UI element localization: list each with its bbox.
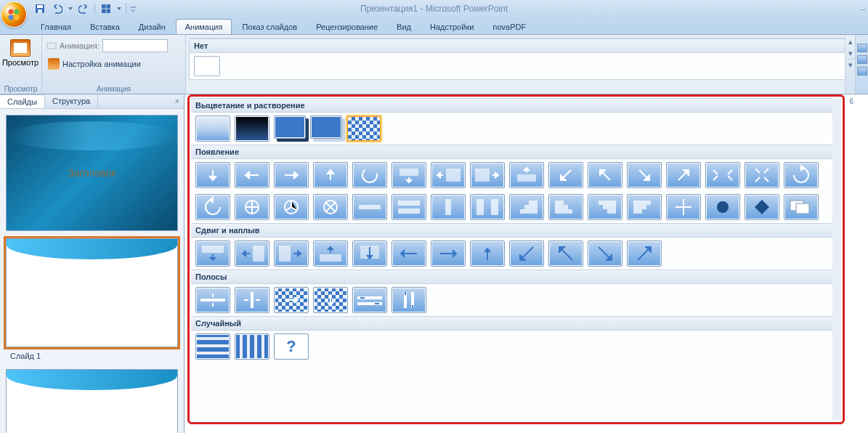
tab-novapdf[interactable]: novaPDF [484, 20, 535, 34]
slide-thumb-3-wrap[interactable]: Слайд 2 [6, 369, 178, 433]
transition-blinds-h[interactable] [195, 287, 230, 313]
transition-stairs-down-right[interactable] [548, 194, 583, 220]
texture-dropdown[interactable] [115, 1, 123, 16]
transition-none[interactable] [194, 56, 220, 76]
transition-plus-in[interactable] [666, 194, 701, 220]
transition-uncover-left-down[interactable] [548, 162, 583, 188]
gallery-section-none: Нет [190, 39, 851, 53]
svg-rect-33 [251, 292, 253, 308]
transition-comb-h[interactable] [352, 287, 387, 313]
preview-button[interactable]: Просмотр [4, 36, 36, 67]
transition-uncover-right-down[interactable] [627, 162, 662, 188]
transition-wipe-right[interactable] [274, 162, 309, 188]
slide-thumb-1[interactable]: Заголовок [6, 115, 178, 231]
transition-push-right[interactable] [274, 240, 309, 267]
svg-rect-9 [47, 43, 56, 49]
transition-fade-smooth[interactable] [195, 116, 230, 142]
transition-uncover-right[interactable] [470, 162, 505, 188]
transition-stairs-up-left[interactable] [588, 194, 622, 220]
transition-fade-black[interactable] [235, 116, 269, 142]
tab-slideshow[interactable]: Показ слайдов [233, 20, 306, 34]
transition-wipe-down[interactable] [195, 162, 230, 188]
transition-cover-down[interactable] [352, 240, 387, 267]
transition-blinds-v[interactable] [235, 287, 269, 313]
transition-newsflash[interactable] [784, 194, 819, 220]
transition-checker-across[interactable] [274, 287, 309, 313]
transition-wheel-ccw[interactable] [195, 194, 230, 220]
dropdown-scrollbar[interactable] [832, 99, 841, 420]
transition-wheel-2[interactable] [235, 194, 269, 220]
transition-wheel-3[interactable] [274, 194, 309, 220]
transition-box-in[interactable] [705, 162, 740, 188]
transition-uncover-up[interactable] [509, 162, 544, 188]
transition-cover-left-up[interactable] [548, 240, 583, 267]
transition-stairs-down-left[interactable] [509, 194, 544, 220]
transition-cover-right-down[interactable] [588, 240, 622, 267]
side-tool-3[interactable] [857, 67, 867, 76]
undo-button[interactable] [49, 1, 65, 16]
save-button[interactable] [32, 1, 48, 16]
slide-thumb-2-wrap[interactable]: Слайд 1 [6, 238, 178, 362]
transition-comb-v[interactable] [392, 287, 426, 313]
tab-addins[interactable]: Надстройки [421, 20, 482, 34]
redo-button[interactable] [76, 1, 92, 16]
transition-push-left[interactable] [235, 240, 269, 267]
transition-split-h-in[interactable] [352, 194, 387, 220]
transition-box-out[interactable] [745, 162, 779, 188]
slide-1-label: Слайд 1 [6, 350, 178, 362]
slide-thumb-3[interactable] [6, 369, 178, 433]
transition-uncover-right-up[interactable] [666, 162, 701, 188]
slide-panel-close[interactable]: × [171, 94, 184, 108]
transition-diamond[interactable] [745, 194, 779, 220]
qat-customize-dropdown[interactable] [129, 1, 137, 16]
transition-wheel-1[interactable] [352, 162, 387, 188]
transition-random-bars-h[interactable] [195, 333, 230, 360]
side-tool-2[interactable] [857, 55, 867, 64]
transition-uncover-left[interactable] [431, 162, 466, 188]
transition-split-v-out[interactable] [470, 194, 505, 220]
tab-animation[interactable]: Анимация [176, 19, 232, 34]
transition-random-bars-v[interactable] [235, 333, 269, 360]
texture-button[interactable] [98, 1, 114, 16]
gallery-expand[interactable]: ▾ [845, 59, 855, 70]
transition-uncover-down[interactable] [392, 162, 426, 188]
transition-stairs-up-right[interactable] [627, 194, 662, 220]
side-tool-1[interactable] [857, 44, 867, 52]
gallery-scroll-up[interactable]: ▴ [845, 36, 855, 47]
transition-checker-down[interactable] [313, 287, 348, 313]
tab-view[interactable]: Вид [388, 20, 420, 34]
transition-uncover-left-up[interactable] [588, 162, 622, 188]
slide-thumb-2[interactable] [6, 238, 178, 347]
animation-combo[interactable] [102, 39, 168, 52]
slide-thumb-1-wrap[interactable]: Заголовок [6, 115, 178, 231]
tab-insert[interactable]: Вставка [81, 20, 129, 34]
transition-cover-left-down[interactable] [509, 240, 544, 267]
transition-cover-left[interactable] [392, 240, 426, 267]
transition-push-down[interactable] [195, 240, 230, 267]
transition-wipe-left[interactable] [235, 162, 269, 188]
tab-review[interactable]: Рецензирование [307, 20, 386, 34]
undo-dropdown[interactable] [67, 1, 74, 16]
tab-slides[interactable]: Слайды [0, 94, 45, 108]
transition-wheel-cw[interactable] [784, 162, 819, 188]
transition-wipe-up[interactable] [313, 162, 348, 188]
transition-cover-up[interactable] [470, 240, 505, 267]
transition-cover-right[interactable] [431, 240, 466, 267]
transition-cover-right-up[interactable] [627, 240, 662, 267]
transition-split-h-out[interactable] [392, 194, 426, 220]
transition-circle[interactable] [705, 194, 740, 220]
animation-settings-button[interactable]: Настройка анимации [46, 57, 181, 71]
transition-dissolve[interactable] [346, 116, 381, 142]
gallery-scroll-down[interactable]: ▾ [845, 47, 855, 59]
transition-wheel-4[interactable] [313, 194, 348, 220]
tab-outline[interactable]: Структура [45, 94, 98, 108]
transition-cut-black[interactable] [310, 116, 342, 139]
tab-design[interactable]: Дизайн [130, 20, 174, 34]
office-button[interactable] [1, 1, 27, 28]
transition-push-up[interactable] [313, 240, 348, 267]
tab-home[interactable]: Главная [32, 20, 80, 34]
transition-random[interactable]: ? [274, 333, 309, 360]
transition-split-v-in[interactable] [431, 194, 466, 220]
transition-cut[interactable] [274, 116, 306, 139]
minimize-button[interactable]: _ [861, 1, 865, 10]
